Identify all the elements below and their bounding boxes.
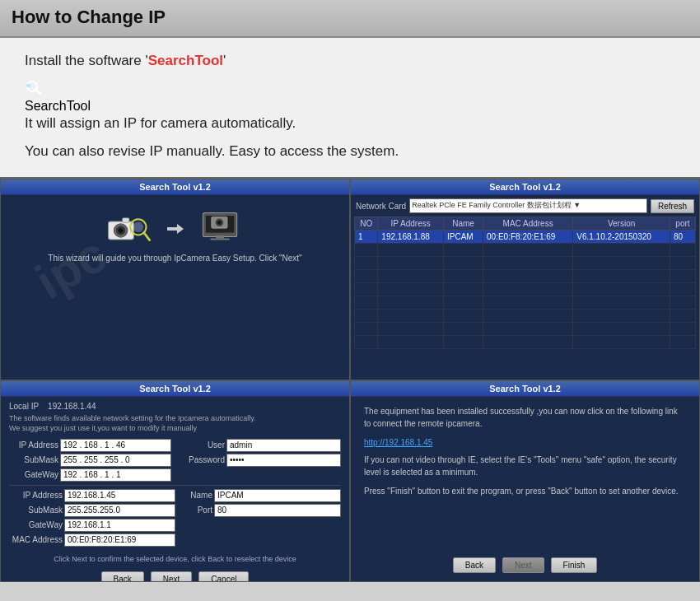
svg-point-17 bbox=[218, 221, 221, 224]
success-text3: Press "Finish" button to exit the progra… bbox=[364, 485, 686, 497]
port-label: Port bbox=[184, 505, 212, 515]
svg-rect-7 bbox=[122, 218, 128, 223]
ip-config-form: Local IP 192.168.1.44 The software finds… bbox=[1, 397, 349, 551]
submask-label-l: SubMask bbox=[9, 455, 58, 464]
gateway-input-left[interactable] bbox=[60, 468, 171, 482]
submask-label-b: SubMask bbox=[9, 505, 63, 515]
page-title: How to Change IP bbox=[12, 7, 688, 28]
submask-input-bottom[interactable] bbox=[64, 504, 175, 517]
device-table: NO IP Address Name MAC Address Version p… bbox=[354, 217, 696, 349]
col-version: Version bbox=[573, 217, 670, 231]
panel-ipconfig: Search Tool v1.2 Local IP 192.168.1.44 T… bbox=[0, 380, 350, 582]
searchtool-icon-box bbox=[25, 79, 675, 99]
user-label: User bbox=[180, 440, 225, 450]
mac-input[interactable] bbox=[64, 533, 175, 547]
ip-left-fields: IP Address SubMask GateWay bbox=[9, 439, 171, 482]
panel2-header: Search Tool v1.2 bbox=[351, 179, 699, 195]
device-table-body: 1192.168.1.88IPCAM00:E0:F8:20:E1:69V6.1.… bbox=[355, 231, 696, 349]
svg-rect-2 bbox=[26, 84, 30, 87]
panel3-next-button[interactable]: Next bbox=[151, 571, 193, 583]
ip-divider bbox=[9, 485, 341, 486]
panel3-header: Search Tool v1.2 bbox=[1, 381, 349, 397]
table-row-empty bbox=[355, 323, 696, 336]
ip-address-input-bottom[interactable] bbox=[64, 489, 175, 502]
ip-top-form: IP Address SubMask GateWay User bbox=[9, 439, 341, 482]
intro-line-1: Install the software 'SearchTool' bbox=[25, 51, 675, 71]
panel4-header: Search Tool v1.2 bbox=[351, 381, 699, 397]
monitor-camera-icon bbox=[200, 210, 245, 247]
password-label: Password bbox=[180, 455, 225, 464]
table-row-empty bbox=[355, 310, 696, 323]
panel-network: Search Tool v1.2 Network Card Realtek PC… bbox=[350, 179, 700, 380]
device-table-wrap: NO IP Address Name MAC Address Version p… bbox=[351, 217, 699, 349]
table-row-empty bbox=[355, 270, 696, 283]
svg-marker-11 bbox=[167, 224, 184, 234]
col-name: Name bbox=[443, 217, 483, 231]
mac-label: MAC Address bbox=[9, 535, 63, 544]
refresh-button[interactable]: Refresh bbox=[651, 199, 694, 213]
panel-wizard: Search Tool v1.2 bbox=[0, 179, 350, 380]
panel3-back-button[interactable]: Back bbox=[101, 571, 144, 583]
name-input[interactable] bbox=[214, 489, 341, 502]
panel4-next-button[interactable]: Next bbox=[502, 557, 544, 573]
success-content: The equipment has been installed success… bbox=[351, 397, 699, 505]
password-input[interactable] bbox=[226, 454, 341, 467]
table-header-row: NO IP Address Name MAC Address Version p… bbox=[355, 217, 696, 231]
wizard-icons bbox=[105, 210, 245, 247]
screenshots-grid: Search Tool v1.2 bbox=[0, 177, 700, 582]
panel4-back-button[interactable]: Back bbox=[453, 557, 496, 573]
local-ip-label: Local IP bbox=[9, 402, 39, 411]
panel3-buttons: Back Next Cancel bbox=[1, 566, 349, 583]
gateway-input-bottom[interactable] bbox=[64, 519, 175, 532]
panel3-cancel-button[interactable]: Cancel bbox=[198, 571, 249, 583]
table-row-empty bbox=[355, 244, 696, 257]
ip-note: The software finds available network set… bbox=[9, 414, 341, 433]
svg-line-1 bbox=[35, 90, 41, 94]
watermark: ipc bbox=[26, 226, 117, 310]
searchtool-label: SearchTool bbox=[148, 53, 223, 68]
col-port: port bbox=[670, 217, 695, 231]
success-text2: If you can not video through IE, select … bbox=[364, 454, 686, 478]
camera-magnify-icon bbox=[105, 210, 151, 247]
panel3-bottom-msg: Click Next to confirm the selected devic… bbox=[1, 552, 349, 566]
wizard-text: This wizard will guide you through IpCam… bbox=[40, 254, 310, 263]
col-mac: MAC Address bbox=[483, 217, 573, 231]
user-input[interactable] bbox=[226, 439, 341, 452]
panel1-header: Search Tool v1.2 bbox=[1, 179, 349, 195]
network-bar: Network Card Realtek PCle FE Family Cont… bbox=[351, 195, 699, 217]
panel-success: Search Tool v1.2 The equipment has been … bbox=[350, 380, 700, 582]
table-row[interactable]: 1192.168.1.88IPCAM00:E0:F8:20:E1:69V6.1.… bbox=[355, 231, 696, 244]
intro-section: Install the software 'SearchTool' Search… bbox=[0, 38, 700, 177]
ip-bottom-form: IP Address SubMask GateWay MAC Address bbox=[9, 489, 341, 547]
ip-address-label-l: IP Address bbox=[9, 440, 58, 450]
panel4-buttons: Back Next Finish bbox=[351, 552, 699, 578]
intro-line-3: You can also revise IP manually. Easy to… bbox=[25, 142, 675, 161]
ip-address-input-left[interactable] bbox=[60, 439, 171, 452]
wizard-content: This wizard will guide you through IpCam… bbox=[1, 195, 349, 377]
gateway-label-b: GateWay bbox=[9, 520, 63, 529]
submask-input-left[interactable] bbox=[60, 454, 171, 467]
ip-bottom-left: IP Address SubMask GateWay MAC Address bbox=[9, 489, 175, 547]
panel4-finish-button[interactable]: Finish bbox=[551, 557, 598, 573]
local-ip-value: 192.168.1.44 bbox=[48, 402, 96, 411]
success-text1: The equipment has been installed success… bbox=[364, 405, 686, 430]
svg-rect-18 bbox=[216, 235, 224, 238]
success-link[interactable]: http://192.168.1.45 bbox=[364, 436, 686, 449]
table-row-empty bbox=[355, 336, 696, 349]
intro-line-2: It will assign an IP for camera automati… bbox=[25, 114, 675, 133]
intro-post: ' bbox=[223, 53, 226, 68]
name-label: Name bbox=[184, 491, 212, 500]
svg-rect-19 bbox=[210, 239, 229, 240]
col-no: NO bbox=[355, 217, 378, 231]
header-bar: How to Change IP bbox=[0, 0, 700, 38]
local-ip-row: Local IP 192.168.1.44 bbox=[9, 402, 341, 411]
table-row-empty bbox=[355, 257, 696, 270]
searchtool-icon-label: SearchTool bbox=[25, 99, 675, 114]
col-ip: IP Address bbox=[378, 217, 444, 231]
network-card-select[interactable]: Realtek PCle FE Family Controller 数据包计划程… bbox=[409, 198, 647, 213]
ip-bottom-right: Name Port bbox=[184, 489, 341, 547]
port-input[interactable] bbox=[214, 504, 341, 517]
intro-pre: Install the software ' bbox=[25, 53, 148, 68]
gateway-label-l: GateWay bbox=[9, 470, 58, 479]
ip-address-label-b: IP Address bbox=[9, 491, 63, 500]
